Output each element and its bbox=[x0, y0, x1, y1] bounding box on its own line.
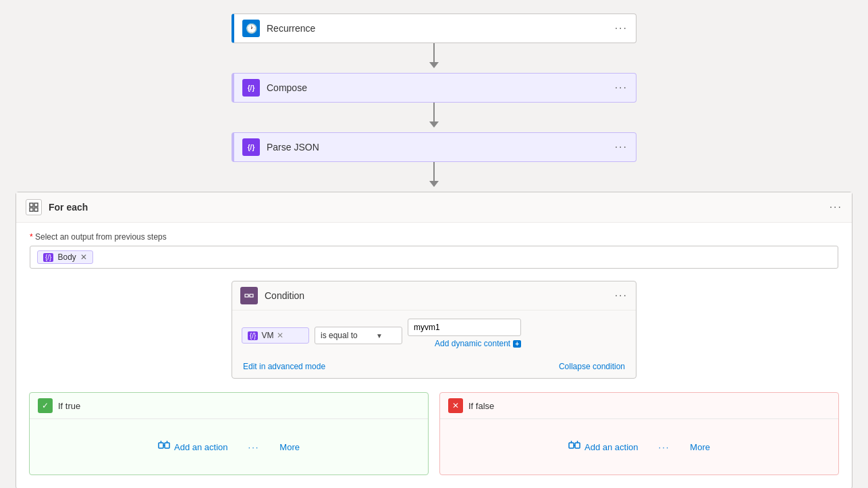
select-output-label: * Select an output from previous steps bbox=[30, 232, 838, 242]
condition-operator-dropdown[interactable]: is equal to ▼ bbox=[315, 327, 402, 344]
if-false-label: If false bbox=[468, 401, 494, 411]
if-true-body: Add an action ··· More bbox=[30, 419, 428, 475]
if-true-add-action-icon bbox=[158, 439, 170, 454]
body-chip-icon: {/} bbox=[43, 253, 53, 262]
vm-chip-icon: {/} bbox=[248, 331, 258, 340]
dynamic-content-label: Add dynamic content bbox=[435, 339, 510, 348]
foreach-icon bbox=[26, 199, 42, 215]
condition-icon bbox=[240, 287, 258, 304]
compose-more-button[interactable]: ··· bbox=[615, 82, 628, 94]
if-true-add-action-button[interactable]: Add an action bbox=[158, 439, 228, 454]
operator-label: is equal to bbox=[321, 331, 358, 340]
body-chip-close[interactable]: ✕ bbox=[80, 252, 87, 262]
foreach-header: For each ··· bbox=[16, 192, 852, 223]
if-true-header: ✓ If true bbox=[30, 393, 428, 419]
foreach-container: For each ··· * Select an output from pre… bbox=[16, 192, 852, 488]
compose-title: Compose bbox=[267, 82, 615, 93]
if-false-body: Add an action ··· More bbox=[440, 419, 838, 475]
select-output-field[interactable]: {/} Body ✕ bbox=[30, 246, 838, 269]
svg-rect-0 bbox=[30, 203, 33, 207]
if-true-panel: ✓ If true bbox=[29, 392, 429, 475]
recurrence-icon: 🕐 bbox=[242, 20, 260, 37]
if-true-more-label[interactable]: More bbox=[279, 442, 300, 452]
svg-rect-7 bbox=[159, 443, 163, 448]
svg-rect-12 bbox=[569, 443, 574, 448]
svg-rect-8 bbox=[165, 443, 169, 448]
if-false-add-action-label: Add an action bbox=[585, 442, 639, 452]
condition-title: Condition bbox=[265, 290, 615, 301]
svg-rect-1 bbox=[34, 203, 38, 207]
body-chip: {/} Body ✕ bbox=[37, 250, 93, 264]
recurrence-title: Recurrence bbox=[267, 23, 615, 34]
parsejson-title: Parse JSON bbox=[267, 142, 615, 153]
condition-outer: Condition ··· {/} VM ✕ bbox=[30, 281, 838, 475]
plus-badge-icon: + bbox=[513, 340, 521, 348]
svg-rect-13 bbox=[575, 443, 580, 448]
condition-header: Condition ··· bbox=[232, 281, 636, 310]
condition-row: {/} VM ✕ is equal to ▼ bbox=[242, 319, 626, 352]
collapse-condition-button[interactable]: Collapse condition bbox=[559, 362, 625, 371]
required-star: * bbox=[30, 232, 33, 242]
vm-chip-label: VM bbox=[261, 331, 273, 340]
recurrence-block: 🕐 Recurrence ··· bbox=[232, 13, 636, 43]
if-false-panel: ✕ If false bbox=[439, 392, 839, 475]
foreach-more-button[interactable]: ··· bbox=[830, 201, 842, 213]
svg-rect-3 bbox=[34, 208, 38, 211]
if-false-header: ✕ If false bbox=[440, 393, 838, 419]
if-true-label: If true bbox=[58, 401, 80, 411]
if-true-more-button[interactable]: ··· bbox=[248, 442, 260, 452]
if-false-add-action-icon bbox=[568, 439, 580, 454]
compose-icon: {/} bbox=[242, 79, 260, 97]
condition-body: {/} VM ✕ is equal to ▼ bbox=[232, 310, 636, 378]
svg-rect-4 bbox=[245, 294, 248, 297]
svg-rect-5 bbox=[250, 294, 253, 297]
parsejson-icon: {/} bbox=[242, 138, 260, 156]
dropdown-arrow-icon: ▼ bbox=[376, 332, 383, 340]
condition-more-button[interactable]: ··· bbox=[615, 290, 628, 302]
condition-value-input[interactable] bbox=[408, 319, 521, 336]
connector-1 bbox=[429, 43, 439, 73]
if-false-check-icon: ✕ bbox=[448, 398, 463, 413]
if-true-check-icon: ✓ bbox=[38, 398, 53, 413]
connector-2 bbox=[429, 103, 439, 132]
condition-block: Condition ··· {/} VM ✕ bbox=[232, 281, 636, 379]
add-dynamic-content-button[interactable]: Add dynamic content + bbox=[408, 339, 521, 348]
branch-row: ✓ If true bbox=[29, 392, 839, 475]
select-output-section: * Select an output from previous steps {… bbox=[30, 232, 838, 269]
foreach-title: For each bbox=[49, 202, 830, 213]
vm-chip-close[interactable]: ✕ bbox=[277, 331, 283, 340]
edit-advanced-mode-button[interactable]: Edit in advanced mode bbox=[243, 362, 325, 371]
body-chip-label: Body bbox=[57, 252, 76, 262]
parsejson-more-button[interactable]: ··· bbox=[615, 141, 628, 153]
if-false-add-action-button[interactable]: Add an action bbox=[568, 439, 639, 454]
condition-footer: Edit in advanced mode Collapse condition bbox=[242, 359, 626, 371]
compose-block: {/} Compose ··· bbox=[232, 73, 636, 103]
connector-3 bbox=[429, 162, 439, 192]
value-column: Add dynamic content + bbox=[408, 319, 521, 352]
svg-rect-2 bbox=[30, 208, 33, 211]
foreach-body: * Select an output from previous steps {… bbox=[16, 223, 852, 488]
recurrence-more-button[interactable]: ··· bbox=[615, 22, 628, 34]
if-false-more-label[interactable]: More bbox=[690, 442, 710, 452]
vm-chip: {/} VM ✕ bbox=[242, 327, 309, 344]
if-true-add-action-label: Add an action bbox=[174, 442, 228, 452]
parsejson-block: {/} Parse JSON ··· bbox=[232, 132, 636, 162]
if-false-more-button[interactable]: ··· bbox=[659, 442, 670, 452]
